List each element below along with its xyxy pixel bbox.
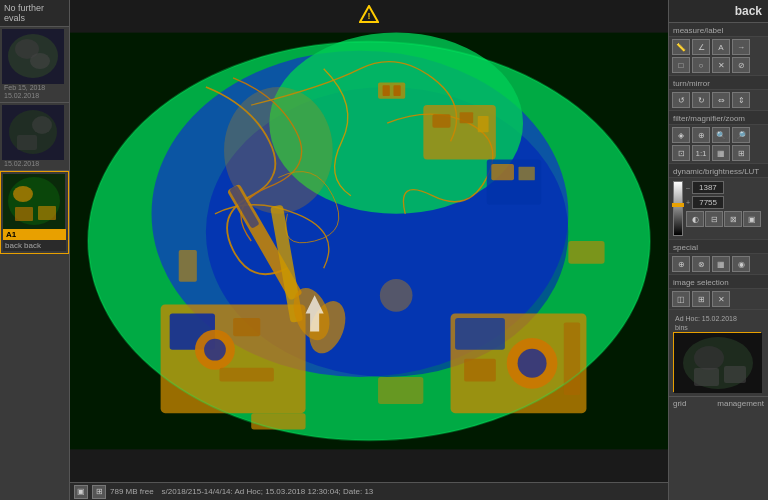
svg-rect-47 xyxy=(179,250,197,282)
tool-btn-rotate-right[interactable]: ↻ xyxy=(692,92,710,108)
tool-btn-special1[interactable]: ⊕ xyxy=(672,256,690,272)
management-label: management xyxy=(717,399,764,408)
bottom-bar-icon-2[interactable]: ⊞ xyxy=(92,485,106,499)
measure-tools: 📏 ∠ A → □ ○ ✕ ⊘ xyxy=(669,37,768,76)
section-turn-mirror: turn/mirror xyxy=(669,76,768,90)
svg-rect-22 xyxy=(432,114,450,128)
xray-canvas: ! xyxy=(70,0,668,482)
tool-btn-flip-v[interactable]: ⇕ xyxy=(732,92,750,108)
slider-thumb-dark[interactable] xyxy=(672,203,684,207)
thumb-date-2: 15.02.2018 xyxy=(2,160,67,168)
tool-btn-imgsel1[interactable]: ◫ xyxy=(672,291,690,307)
right-thumb-image[interactable] xyxy=(673,332,761,392)
svg-rect-49 xyxy=(378,377,423,404)
section-brightness: dynamic/brightness/LUT xyxy=(669,164,768,178)
bottom-bar-icon-1[interactable]: ▣ xyxy=(74,485,88,499)
tool-btn-lut3[interactable]: ⊠ xyxy=(724,211,742,227)
vertical-slider-dark[interactable] xyxy=(673,181,683,236)
tool-btn-imgsel3[interactable]: ✕ xyxy=(712,291,730,307)
svg-point-31 xyxy=(204,339,226,361)
tool-btn-circle[interactable]: ○ xyxy=(692,57,710,73)
svg-rect-58 xyxy=(694,368,719,386)
thumb-label-3: back back xyxy=(3,240,66,251)
tool-btn-filter3[interactable]: ▦ xyxy=(712,145,730,161)
svg-rect-12 xyxy=(38,206,56,220)
tool-btn-zoom-out[interactable]: 🔎 xyxy=(732,127,750,143)
right-thumb-date: Ad Hoc: 15.02.2018 xyxy=(673,314,764,323)
lut-tools: ◐ ⊟ ⊠ ▣ xyxy=(686,211,761,227)
thumb-date-1b: 15.02.2018 xyxy=(2,92,67,100)
svg-point-10 xyxy=(13,186,33,202)
thumbnail-list: Feb 15, 2018 15.02.2018 15.02.2018 xyxy=(0,27,69,500)
thumbnail-item-2[interactable]: 15.02.2018 xyxy=(0,103,69,171)
right-bottom-thumbnail: Ad Hoc: 15.02.2018 bins xyxy=(673,314,764,392)
tool-btn-lut1[interactable]: ◐ xyxy=(686,211,704,227)
tool-btn-zoom-in[interactable]: 🔍 xyxy=(712,127,730,143)
svg-rect-53 xyxy=(393,85,400,96)
svg-rect-46 xyxy=(568,241,604,264)
right-thumb-label: bins xyxy=(673,323,764,332)
brightness-controls: – + ◐ ⊟ ⊠ ▣ xyxy=(669,178,768,240)
tool-btn-filter2[interactable]: ⊕ xyxy=(692,127,710,143)
bottom-bar: ▣ ⊞ 789 MB free s/2018/215-14/4/14: Ad H… xyxy=(70,482,668,500)
brightness-slider-group xyxy=(673,181,683,236)
thumb-xray-1[interactable] xyxy=(2,29,64,84)
special-tools: ⊕ ⊗ ▦ ◉ xyxy=(669,254,768,275)
grid-management-bar: grid management xyxy=(669,396,768,410)
brightness-inputs: – + ◐ ⊟ ⊠ ▣ xyxy=(686,181,761,236)
thumbnail-item-3[interactable]: A1 back back xyxy=(0,171,69,254)
tool-btn-special2[interactable]: ⊗ xyxy=(692,256,710,272)
tool-btn-100[interactable]: 1:1 xyxy=(692,145,710,161)
tool-btn-flip-h[interactable]: ⇔ xyxy=(712,92,730,108)
svg-rect-26 xyxy=(491,164,514,180)
tool-btn-special4[interactable]: ◉ xyxy=(732,256,750,272)
svg-rect-24 xyxy=(478,116,489,132)
tool-btn-filter4[interactable]: ⊞ xyxy=(732,145,750,161)
tool-btn-clear[interactable]: ⊘ xyxy=(732,57,750,73)
svg-rect-6 xyxy=(17,135,37,150)
tool-btn-angle[interactable]: ∠ xyxy=(692,39,710,55)
svg-rect-27 xyxy=(519,167,535,181)
svg-point-57 xyxy=(694,346,724,370)
tool-btn-filter1[interactable]: ◈ xyxy=(672,127,690,143)
svg-rect-23 xyxy=(460,112,474,123)
svg-point-36 xyxy=(518,349,547,378)
tool-btn-erase[interactable]: ✕ xyxy=(712,57,730,73)
warning-triangle: ! xyxy=(359,5,379,23)
tool-btn-lut4[interactable]: ▣ xyxy=(743,211,761,227)
brightness-value-2[interactable] xyxy=(692,196,724,209)
no-further-label: No further evals xyxy=(0,0,69,27)
section-image-selection: image selection xyxy=(669,275,768,289)
svg-rect-59 xyxy=(724,366,746,383)
tool-btn-rect[interactable]: □ xyxy=(672,57,690,73)
brightness-value-1[interactable] xyxy=(692,181,724,194)
svg-rect-33 xyxy=(220,368,274,382)
right-sidebar: back measure/label 📏 ∠ A → □ ○ ✕ ⊘ turn/… xyxy=(668,0,768,500)
bottom-bar-left: ▣ ⊞ 789 MB free xyxy=(74,485,154,499)
back-button[interactable]: back xyxy=(669,0,768,23)
tool-btn-label[interactable]: A xyxy=(712,39,730,55)
svg-rect-51 xyxy=(378,82,405,98)
tool-btn-fit[interactable]: ⊡ xyxy=(672,145,690,161)
thumbnail-item-1[interactable]: Feb 15, 2018 15.02.2018 xyxy=(0,27,69,103)
thumb-active-label: A1 xyxy=(3,229,66,240)
thumb-xray-3[interactable] xyxy=(3,174,65,229)
tool-btn-special3[interactable]: ▦ xyxy=(712,256,730,272)
bottom-timestamp: s/2018/215-14/4/14: Ad Hoc; 15.03.2018 1… xyxy=(162,487,374,496)
left-sidebar: No further evals Feb 15, 2018 15.02.2018 xyxy=(0,0,70,500)
tool-btn-rotate-left[interactable]: ↺ xyxy=(672,92,690,108)
section-special: special xyxy=(669,240,768,254)
tool-btn-ruler[interactable]: 📏 xyxy=(672,39,690,55)
main-layout: No further evals Feb 15, 2018 15.02.2018 xyxy=(0,0,768,500)
tool-btn-arrow[interactable]: → xyxy=(732,39,750,55)
svg-text:!: ! xyxy=(368,11,371,21)
tool-btn-imgsel2[interactable]: ⊞ xyxy=(692,291,710,307)
thumb-xray-2[interactable] xyxy=(2,105,64,160)
image-selection-tools: ◫ ⊞ ✕ xyxy=(669,289,768,310)
svg-rect-52 xyxy=(383,85,390,96)
svg-point-7 xyxy=(32,116,52,134)
svg-point-3 xyxy=(30,53,50,69)
svg-rect-32 xyxy=(233,318,260,336)
tool-btn-lut2[interactable]: ⊟ xyxy=(705,211,723,227)
section-filter: filter/magnifier/zoom xyxy=(669,111,768,125)
